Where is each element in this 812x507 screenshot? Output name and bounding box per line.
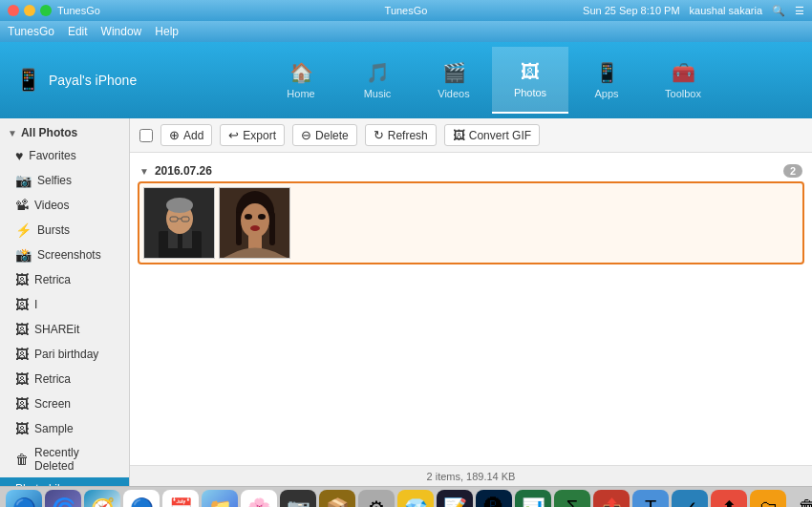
dock-chrome[interactable]: 🔵: [123, 490, 160, 508]
sidebar-item-recently-deleted-label: Recently Deleted: [34, 446, 121, 473]
select-all-checkbox[interactable]: [139, 129, 153, 142]
tab-apps-label: Apps: [594, 88, 618, 99]
video-icon: 📽: [15, 198, 29, 213]
sidebar-item-retrica1[interactable]: 🖼 Retrica: [0, 267, 129, 292]
sidebar-item-retrica1-label: Retrica: [34, 273, 71, 286]
tab-home[interactable]: 🏠 Home: [263, 47, 339, 114]
dock-safari[interactable]: 🧭: [84, 490, 120, 508]
traffic-lights: [8, 5, 52, 16]
date-group: ▼ 2016.07.26 2: [138, 160, 804, 264]
dock-ps[interactable]: 🅟: [476, 490, 512, 508]
sidebar-item-i[interactable]: 🖼 I: [0, 292, 129, 317]
sidebar-item-bursts[interactable]: ⚡ Bursts: [0, 218, 129, 243]
album-icon-2: 🖼: [15, 297, 29, 312]
dock-excelpro[interactable]: Σ: [554, 490, 590, 508]
dock-archiver[interactable]: 🗂: [750, 490, 786, 508]
tab-videos[interactable]: 🎬 Videos: [416, 47, 492, 114]
dock-lightroom[interactable]: 📝: [437, 490, 473, 508]
dock-filezilla[interactable]: 📤: [593, 490, 630, 508]
tab-music-label: Music: [364, 88, 392, 99]
dock-launchpad[interactable]: 🌀: [45, 490, 81, 508]
sidebar-item-shareit-label: SHAREit: [34, 323, 79, 336]
export-label: Export: [243, 129, 276, 142]
export-button[interactable]: ↩ Export: [220, 124, 285, 146]
status-bar: 2 items, 189.14 KB: [130, 465, 812, 486]
sidebar-item-photo-library[interactable]: Photo Library: [0, 477, 129, 486]
dock-settings[interactable]: ⚙: [358, 490, 395, 508]
sidebar-item-photo-library-label: Photo Library: [15, 482, 83, 486]
dock-typora[interactable]: T: [632, 490, 669, 508]
convert-gif-button[interactable]: 🖼 Convert GIF: [444, 124, 540, 146]
chevron-icon[interactable]: ▼: [139, 166, 149, 177]
dock-excel[interactable]: 📊: [515, 490, 551, 508]
sidebar-item-retrica2[interactable]: 🖼 Retrica: [0, 367, 129, 391]
close-button[interactable]: [8, 5, 19, 16]
dock: 🔵 🌀 🧭 🔵 📅 📁 🌸 📷 📦 ⚙ 💎 📝 🅟 📊 Σ 📤 T ✓ ⬆ 🗂 …: [0, 486, 812, 507]
dock-finder2[interactable]: 📁: [202, 490, 238, 508]
app-header: 📱 Payal's iPhone 🏠 Home 🎵 Music 🎬 Videos…: [0, 42, 812, 118]
title-bar-right: Sun 25 Sep 8:10 PM kaushal sakaria 🔍 ☰: [583, 5, 804, 17]
dock-photos[interactable]: 🌸: [241, 490, 277, 508]
add-button[interactable]: ⊕ Add: [160, 124, 212, 146]
svg-point-14: [241, 203, 269, 238]
sidebar-item-sample[interactable]: 🖼 Sample: [0, 416, 129, 441]
menu-tunesgo[interactable]: TunesGo: [8, 25, 54, 38]
music-icon: 🎵: [366, 61, 390, 84]
sidebar-item-videos[interactable]: 📽 Videos: [0, 193, 129, 218]
sidebar-section-header[interactable]: ▼ All Photos: [0, 122, 129, 143]
tab-toolbox-label: Toolbox: [665, 88, 701, 99]
refresh-button[interactable]: ↻ Refresh: [365, 124, 437, 146]
tab-home-label: Home: [287, 88, 314, 99]
tab-apps[interactable]: 📱 Apps: [568, 47, 645, 114]
all-photos-label: All Photos: [21, 126, 77, 139]
menu-help[interactable]: Help: [155, 25, 179, 38]
sidebar-item-pari[interactable]: 🖼 Pari birthday: [0, 342, 129, 367]
sidebar-item-selfies-label: Selfies: [37, 174, 72, 187]
convert-gif-label: Convert GIF: [469, 129, 531, 142]
content-area: ⊕ Add ↩ Export ⊖ Delete ↻ Refresh 🖼 Conv…: [130, 118, 812, 486]
menu-bar: TunesGo Edit Window Help: [0, 21, 812, 42]
tab-photos-label: Photos: [514, 87, 546, 98]
dock-transmission[interactable]: ⬆: [711, 490, 747, 508]
dock-calendar[interactable]: 📅: [162, 490, 199, 508]
sidebar-item-favorites[interactable]: ♥ Favorites: [0, 143, 129, 168]
main-layout: ▼ All Photos ♥ Favorites 📷 Selfies 📽 Vid…: [0, 118, 812, 486]
sidebar-item-selfies[interactable]: 📷 Selfies: [0, 168, 129, 193]
photo-thumbnail-2[interactable]: [219, 187, 290, 259]
tab-music[interactable]: 🎵 Music: [339, 47, 416, 114]
tab-photos[interactable]: 🖼 Photos: [492, 47, 568, 114]
window-title: TunesGo: [385, 5, 428, 16]
dock-pkg[interactable]: 📦: [319, 490, 355, 508]
sidebar-item-i-label: I: [34, 298, 37, 311]
delete-button[interactable]: ⊖ Delete: [292, 124, 357, 146]
menu-window[interactable]: Window: [101, 25, 142, 38]
dock-sketch[interactable]: 💎: [397, 490, 434, 508]
sidebar-item-screen[interactable]: 🖼 Screen: [0, 391, 129, 416]
dock-wunderlist[interactable]: ✓: [672, 490, 708, 508]
album-icon-4: 🖼: [15, 347, 29, 362]
minimize-button[interactable]: [24, 5, 35, 16]
sidebar-item-recently-deleted[interactable]: 🗑 Recently Deleted: [0, 441, 129, 477]
dock-trash[interactable]: 🗑: [789, 490, 812, 508]
dock-finder[interactable]: 🔵: [6, 490, 42, 508]
photo-grid-area: ▼ 2016.07.26 2: [130, 153, 812, 465]
device-info: 📱 Payal's iPhone: [15, 68, 168, 93]
export-icon: ↩: [228, 128, 239, 142]
date-header-left: ▼ 2016.07.26: [139, 164, 212, 178]
heart-icon: ♥: [15, 148, 23, 163]
svg-point-17: [250, 225, 260, 231]
tab-toolbox[interactable]: 🧰 Toolbox: [645, 47, 721, 114]
sidebar-item-screenshots-label: Screenshots: [37, 248, 101, 262]
sidebar-item-shareit[interactable]: 🖼 SHAREit: [0, 317, 129, 342]
maximize-button[interactable]: [40, 5, 52, 16]
search-icon[interactable]: 🔍: [772, 5, 785, 17]
sidebar-item-retrica2-label: Retrica: [34, 372, 71, 386]
sidebar-item-screen-label: Screen: [34, 397, 71, 411]
menu-edit[interactable]: Edit: [68, 25, 88, 38]
dock-camera[interactable]: 📷: [280, 490, 316, 508]
add-label: Add: [183, 129, 203, 142]
menu-icon[interactable]: ☰: [795, 5, 804, 17]
home-icon: 🏠: [289, 61, 313, 84]
sidebar-item-screenshots[interactable]: 📸 Screenshots: [0, 243, 129, 267]
photo-thumbnail-1[interactable]: [143, 187, 215, 259]
